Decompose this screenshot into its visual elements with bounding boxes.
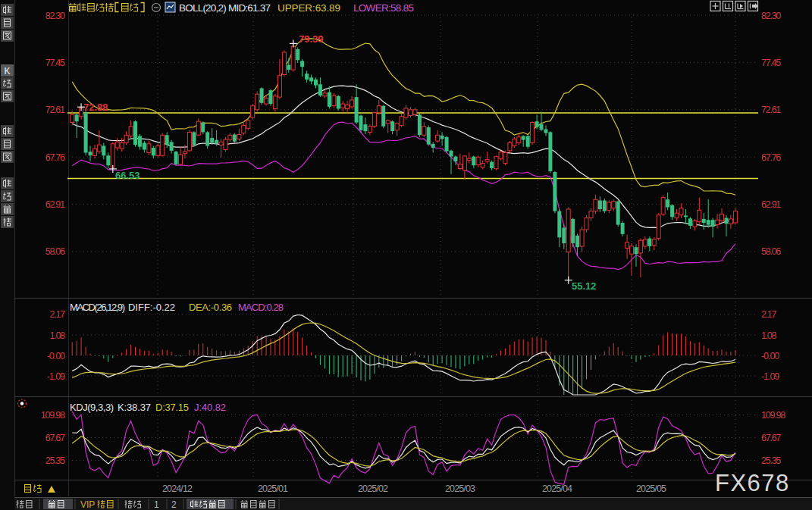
svg-text:UPPER:63.89: UPPER:63.89 <box>277 2 340 14</box>
svg-text:77.45: 77.45 <box>761 58 781 68</box>
svg-text:LOWER:58.85: LOWER:58.85 <box>353 2 414 14</box>
svg-text:2.17: 2.17 <box>50 309 65 320</box>
svg-text:1.08: 1.08 <box>50 330 65 341</box>
svg-text:-1.09: -1.09 <box>761 371 779 382</box>
svg-text:2025/01: 2025/01 <box>258 483 288 494</box>
svg-text:67.76: 67.76 <box>761 152 781 163</box>
svg-text:72.61: 72.61 <box>45 105 65 115</box>
svg-text:67.67: 67.67 <box>761 433 781 443</box>
svg-text:2025/02: 2025/02 <box>358 483 388 494</box>
svg-text:J:40.82: J:40.82 <box>194 402 226 413</box>
svg-text:72.61: 72.61 <box>761 105 781 115</box>
svg-text:2025/04: 2025/04 <box>542 483 572 494</box>
svg-text:66.53: 66.53 <box>115 170 140 181</box>
svg-text:-0.00: -0.00 <box>761 351 779 361</box>
svg-text:109.98: 109.98 <box>41 410 65 421</box>
svg-text:25.35: 25.35 <box>761 455 781 466</box>
svg-text:72.88: 72.88 <box>83 102 108 113</box>
svg-text:DEA:-0.36: DEA:-0.36 <box>189 302 232 313</box>
svg-text:K:38.37: K:38.37 <box>118 402 151 413</box>
svg-text:62.91: 62.91 <box>45 199 65 210</box>
svg-text:25.35: 25.35 <box>45 455 65 466</box>
svg-text:FX678: FX678 <box>715 470 790 496</box>
svg-text:-1.09: -1.09 <box>47 371 65 382</box>
svg-text:K: K <box>4 66 10 77</box>
svg-text:D:37.15: D:37.15 <box>155 402 189 413</box>
svg-text:109.98: 109.98 <box>761 410 785 421</box>
svg-text:MACD:0.28: MACD:0.28 <box>238 302 284 313</box>
svg-text:2.17: 2.17 <box>761 309 776 320</box>
svg-text:2025/05: 2025/05 <box>636 483 666 494</box>
svg-text:55.12: 55.12 <box>572 280 597 292</box>
svg-text:1.08: 1.08 <box>761 330 776 341</box>
svg-text:VIP: VIP <box>80 499 95 510</box>
svg-text:2025/03: 2025/03 <box>445 483 475 494</box>
svg-text:2: 2 <box>171 499 177 510</box>
svg-text:79.39: 79.39 <box>299 33 324 45</box>
svg-text:67.67: 67.67 <box>45 433 65 443</box>
svg-text:2024/12: 2024/12 <box>162 483 193 494</box>
svg-text:1: 1 <box>154 499 159 510</box>
svg-text:58.06: 58.06 <box>761 246 781 257</box>
svg-text:67.76: 67.76 <box>45 152 65 163</box>
svg-text:BOLL(20,2) MID:61.37: BOLL(20,2) MID:61.37 <box>179 2 271 14</box>
svg-text:62.91: 62.91 <box>761 199 781 210</box>
svg-text:-0.00: -0.00 <box>47 351 65 361</box>
svg-text:77.45: 77.45 <box>45 58 65 68</box>
svg-text:58.06: 58.06 <box>45 246 65 257</box>
svg-text:82.30: 82.30 <box>761 11 781 21</box>
svg-text:MACD(26,12,9): MACD(26,12,9) <box>70 302 125 313</box>
svg-text:KDJ(9,3,3): KDJ(9,3,3) <box>70 402 114 413</box>
svg-text:DIFF:-0.22: DIFF:-0.22 <box>128 302 175 313</box>
svg-text:82.30: 82.30 <box>45 11 65 21</box>
